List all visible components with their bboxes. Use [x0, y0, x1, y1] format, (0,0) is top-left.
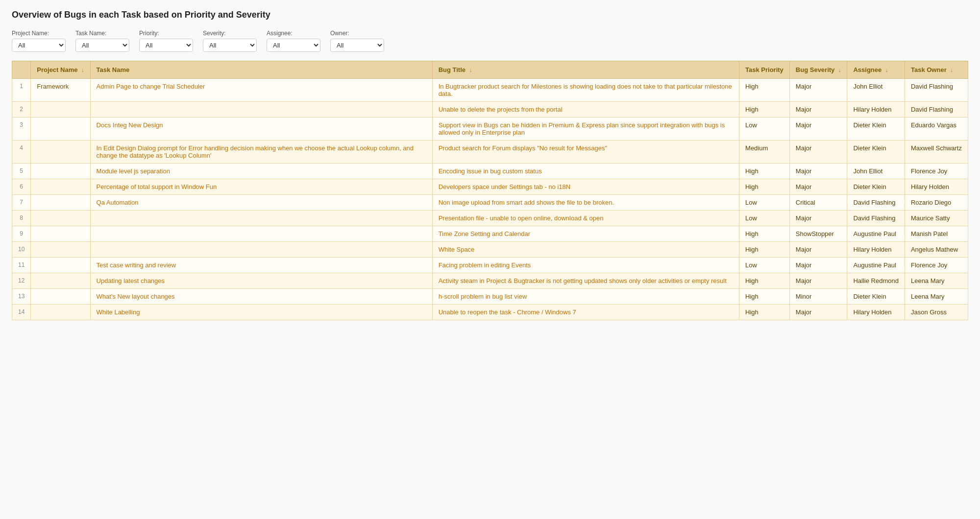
- table-row: 5Module level js separationEncoding issu…: [12, 164, 968, 179]
- cell-task-priority: High: [739, 164, 790, 179]
- cell-row-num: 12: [12, 273, 31, 289]
- project-name-select[interactable]: All: [12, 39, 66, 52]
- task-name-select[interactable]: All: [75, 39, 129, 52]
- cell-task-name: [90, 242, 432, 258]
- cell-bug-severity: Major: [789, 273, 847, 289]
- cell-task-name: [90, 211, 432, 226]
- cell-task-name: Docs Integ New Design: [90, 118, 432, 141]
- table-row: 12Updating latest changesActivity steam …: [12, 273, 968, 289]
- cell-project-name: [31, 258, 90, 273]
- cell-bug-severity: Major: [789, 305, 847, 320]
- cell-assignee: Dieter Klein: [847, 289, 905, 305]
- cell-bug-severity: Major: [789, 179, 847, 195]
- cell-bug-title: Unable to delete the projects from the p…: [432, 102, 739, 118]
- table-row: 11Test case writing and reviewFacing pro…: [12, 258, 968, 273]
- col-bug-title[interactable]: Bug Title ↓: [432, 61, 739, 79]
- cell-task-name: In Edit Design Dialog prompt for Error h…: [90, 141, 432, 164]
- col-bug-severity[interactable]: Bug Severity ↓: [789, 61, 847, 79]
- filter-owner-label: Owner:: [330, 30, 384, 37]
- cell-assignee: Dieter Klein: [847, 179, 905, 195]
- cell-task-priority: Low: [739, 211, 790, 226]
- cell-assignee: Hallie Redmond: [847, 273, 905, 289]
- cell-bug-title: Non image upload from smart add shows th…: [432, 195, 739, 211]
- col-task-priority: Task Priority: [739, 61, 790, 79]
- cell-assignee: Augustine Paul: [847, 226, 905, 242]
- cell-assignee: John Elliot: [847, 79, 905, 102]
- cell-row-num: 11: [12, 258, 31, 273]
- cell-task-owner: Leena Mary: [905, 273, 968, 289]
- cell-row-num: 14: [12, 305, 31, 320]
- cell-bug-title: Support view in Bugs can be hidden in Pr…: [432, 118, 739, 141]
- cell-row-num: 3: [12, 118, 31, 141]
- cell-project-name: [31, 242, 90, 258]
- cell-assignee: Hilary Holden: [847, 242, 905, 258]
- cell-assignee: John Elliot: [847, 164, 905, 179]
- table-row: 8Presentation file - unable to open onli…: [12, 211, 968, 226]
- cell-task-owner: David Flashing: [905, 102, 968, 118]
- cell-task-priority: High: [739, 226, 790, 242]
- cell-row-num: 6: [12, 179, 31, 195]
- cell-project-name: [31, 102, 90, 118]
- sort-bug-severity-icon: ↓: [838, 67, 841, 73]
- cell-task-owner: Rozario Diego: [905, 195, 968, 211]
- cell-bug-title: Developers space under Settings tab - no…: [432, 179, 739, 195]
- cell-task-owner: Eduardo Vargas: [905, 118, 968, 141]
- cell-project-name: [31, 305, 90, 320]
- sort-project-name-icon: ↓: [81, 67, 84, 73]
- cell-row-num: 2: [12, 102, 31, 118]
- assignee-select[interactable]: All: [267, 39, 320, 52]
- cell-bug-severity: Minor: [789, 289, 847, 305]
- col-row-num: [12, 61, 31, 79]
- bugs-table: Project Name ↓ Task Name Bug Title ↓ Tas…: [12, 61, 968, 320]
- cell-project-name: [31, 164, 90, 179]
- cell-assignee: David Flashing: [847, 195, 905, 211]
- priority-select[interactable]: All: [139, 39, 193, 52]
- table-row: 3Docs Integ New DesignSupport view in Bu…: [12, 118, 968, 141]
- cell-row-num: 13: [12, 289, 31, 305]
- cell-task-owner: Florence Joy: [905, 164, 968, 179]
- cell-task-priority: High: [739, 289, 790, 305]
- table-row: 1FrameworkAdmin Page to change Trial Sch…: [12, 79, 968, 102]
- cell-bug-severity: Major: [789, 79, 847, 102]
- cell-bug-severity: Major: [789, 141, 847, 164]
- cell-bug-title: h-scroll problem in bug list view: [432, 289, 739, 305]
- severity-select[interactable]: All: [203, 39, 257, 52]
- col-task-owner[interactable]: Task Owner ↓: [905, 61, 968, 79]
- filter-priority: Priority: All: [139, 30, 193, 52]
- sort-task-owner-icon: ↓: [950, 67, 953, 73]
- table-row: 4In Edit Design Dialog prompt for Error …: [12, 141, 968, 164]
- cell-row-num: 5: [12, 164, 31, 179]
- cell-task-priority: High: [739, 179, 790, 195]
- cell-task-owner: David Flashing: [905, 79, 968, 102]
- cell-task-priority: High: [739, 102, 790, 118]
- cell-bug-title: Time Zone Setting and Calendar: [432, 226, 739, 242]
- filter-severity: Severity: All: [203, 30, 257, 52]
- filter-bar: Project Name: All Task Name: All Priorit…: [12, 30, 968, 52]
- cell-bug-title: In Bugtracker product search for Milesto…: [432, 79, 739, 102]
- cell-bug-title: Facing problem in editing Events: [432, 258, 739, 273]
- cell-bug-title: Presentation file - unable to open onlin…: [432, 211, 739, 226]
- table-row: 7Qa AutomationNon image upload from smar…: [12, 195, 968, 211]
- sort-assignee-icon: ↓: [885, 67, 888, 73]
- cell-bug-severity: Major: [789, 211, 847, 226]
- cell-task-priority: High: [739, 79, 790, 102]
- cell-assignee: Dieter Klein: [847, 141, 905, 164]
- cell-assignee: Hilary Holden: [847, 305, 905, 320]
- cell-task-owner: Angelus Mathew: [905, 242, 968, 258]
- cell-task-owner: Hilary Holden: [905, 179, 968, 195]
- cell-bug-severity: Major: [789, 258, 847, 273]
- cell-row-num: 4: [12, 141, 31, 164]
- table-row: 2Unable to delete the projects from the …: [12, 102, 968, 118]
- cell-bug-severity: Major: [789, 118, 847, 141]
- cell-bug-severity: Critical: [789, 195, 847, 211]
- filter-owner: Owner: All: [330, 30, 384, 52]
- owner-select[interactable]: All: [330, 39, 384, 52]
- filter-severity-label: Severity:: [203, 30, 257, 37]
- col-assignee[interactable]: Assignee ↓: [847, 61, 905, 79]
- cell-bug-title: Unable to reopen the task - Chrome / Win…: [432, 305, 739, 320]
- cell-bug-title: Encoding issue in bug custom status: [432, 164, 739, 179]
- col-project-name[interactable]: Project Name ↓: [31, 61, 90, 79]
- page-title: Overview of Bugs in each Task based on P…: [12, 10, 968, 20]
- cell-project-name: [31, 118, 90, 141]
- col-task-name: Task Name: [90, 61, 432, 79]
